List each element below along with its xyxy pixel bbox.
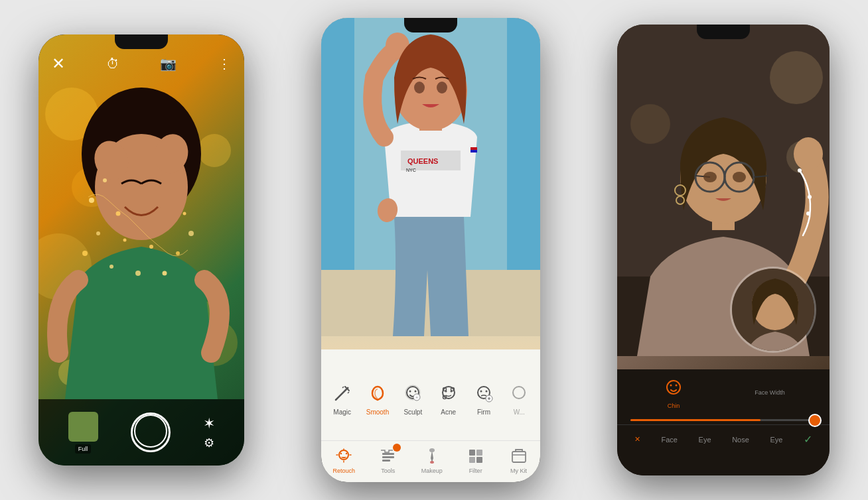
svg-point-5 [103, 178, 107, 182]
phone-3-bottom-panel: Chin Face Width [617, 369, 830, 475]
svg-text:NYC: NYC [406, 168, 416, 172]
tool-w[interactable]: W... [506, 381, 532, 416]
nav-tools[interactable]: Tools [378, 446, 398, 474]
svg-point-14 [176, 251, 180, 255]
face-controls: Chin Face Width [617, 369, 830, 416]
magic-label: Magic [333, 408, 351, 416]
slider-thumb[interactable] [808, 414, 822, 427]
svg-point-13 [163, 271, 167, 276]
svg-point-91 [808, 195, 812, 199]
svg-point-9 [109, 265, 113, 269]
face-width-label: Face Width [755, 389, 785, 396]
bottom-nav: Retouch [321, 440, 540, 482]
close-tab[interactable]: ✕ [629, 432, 646, 446]
check-tab[interactable]: ✓ [798, 430, 818, 448]
svg-line-35 [342, 387, 344, 388]
chin-control[interactable]: Chin [662, 376, 686, 409]
svg-point-46 [443, 388, 446, 391]
svg-point-39 [415, 391, 417, 393]
magic-icon [330, 381, 355, 406]
svg-point-34 [346, 387, 348, 389]
tool-firm[interactable]: Firm [471, 381, 496, 416]
arrow-annotation [780, 164, 820, 243]
slider-fill [630, 419, 760, 421]
tools-row: Magic Smooth [321, 349, 540, 440]
retouch-icon [334, 446, 354, 466]
retouch-nav-label: Retouch [332, 468, 355, 474]
person-svg [38, 68, 244, 399]
filter-star-icon[interactable]: ✶ [203, 415, 215, 432]
tools-badge [393, 444, 401, 452]
phone-2-bottom-panel: Magic Smooth [321, 349, 540, 482]
firm-label: Firm [477, 408, 490, 416]
face-width-control[interactable]: Face Width [755, 389, 785, 396]
acne-icon [436, 381, 461, 406]
dots-icon[interactable]: ⚙ [204, 436, 214, 450]
nav-makeup[interactable]: Makeup [421, 446, 443, 474]
shutter-button[interactable] [131, 412, 171, 452]
tool-acne[interactable]: Acne [436, 381, 461, 416]
phone-1-background: ✕ ⏱ 📷 ⋮ Full ✶ ⚙ [38, 34, 244, 466]
w-icon [506, 381, 532, 406]
svg-rect-66 [469, 457, 475, 463]
phone-1: ✕ ⏱ 📷 ⋮ Full ✶ ⚙ [38, 34, 244, 466]
svg-point-6 [116, 212, 121, 216]
svg-point-95 [676, 385, 678, 387]
tool-smooth[interactable]: Smooth [365, 381, 390, 416]
svg-point-10 [123, 239, 127, 242]
nav-retouch[interactable]: Retouch [332, 446, 355, 474]
smooth-icon [365, 381, 390, 406]
slider-track[interactable] [630, 419, 816, 421]
nose-tab[interactable]: Nose [727, 433, 755, 446]
svg-point-94 [670, 385, 672, 387]
phone-3: Chin Face Width [617, 25, 830, 475]
chin-label: Chin [668, 403, 680, 409]
face-tab[interactable]: Face [656, 433, 682, 446]
svg-point-47 [451, 388, 454, 391]
svg-line-32 [336, 389, 346, 400]
phone-2-photo: QUEENS NYC [321, 18, 540, 349]
shutter-inner [134, 414, 167, 448]
nav-mykit[interactable]: My Kit [509, 446, 529, 474]
svg-point-50 [480, 391, 482, 393]
filter-icon [466, 446, 486, 466]
svg-rect-67 [476, 457, 482, 463]
svg-point-11 [135, 271, 141, 276]
thumbnail-preview[interactable] [68, 412, 98, 442]
close-icon[interactable]: ✕ [52, 54, 65, 73]
timer-icon[interactable]: ⏱ [106, 56, 119, 72]
firm-icon [471, 381, 496, 406]
svg-rect-61 [382, 460, 390, 462]
svg-point-58 [346, 453, 347, 454]
phone-3-photo [617, 25, 830, 369]
w-label: W... [514, 408, 525, 416]
phone-2: QUEENS NYC [321, 18, 540, 482]
svg-point-15 [188, 231, 194, 236]
tool-sculpt[interactable]: + Sculpt [400, 381, 425, 416]
phone-2-notch [404, 18, 457, 32]
app-container: ✕ ⏱ 📷 ⋮ Full ✶ ⚙ [0, 0, 868, 500]
phone-1-screen: ✕ ⏱ 📷 ⋮ Full ✶ ⚙ [38, 34, 244, 466]
svg-point-8 [82, 251, 88, 256]
svg-point-62 [429, 448, 435, 452]
sculpt-icon: + [400, 381, 425, 406]
camera-icon[interactable]: 📷 [160, 56, 177, 72]
phone-1-bottom-bar: Full ✶ ⚙ [38, 399, 244, 466]
thumb-svg [732, 269, 816, 353]
woman-photo-svg: QUEENS NYC [321, 18, 540, 336]
chin-icon [662, 376, 686, 400]
nav-filter[interactable]: Filter [466, 446, 486, 474]
phone-3-content: Chin Face Width [617, 25, 830, 475]
more-icon[interactable]: ⋮ [218, 56, 231, 72]
eye-tab[interactable]: Eye [693, 433, 717, 446]
svg-text:QUEENS: QUEENS [407, 157, 438, 165]
eye2-tab[interactable]: Eye [765, 433, 788, 446]
makeup-nav-label: Makeup [421, 468, 443, 474]
filter-nav-label: Filter [469, 468, 482, 474]
svg-point-90 [798, 168, 802, 172]
svg-point-63 [430, 461, 434, 464]
tool-magic[interactable]: Magic [330, 381, 355, 416]
svg-point-29 [414, 82, 425, 94]
svg-point-7 [96, 231, 100, 235]
svg-rect-24 [470, 147, 477, 150]
